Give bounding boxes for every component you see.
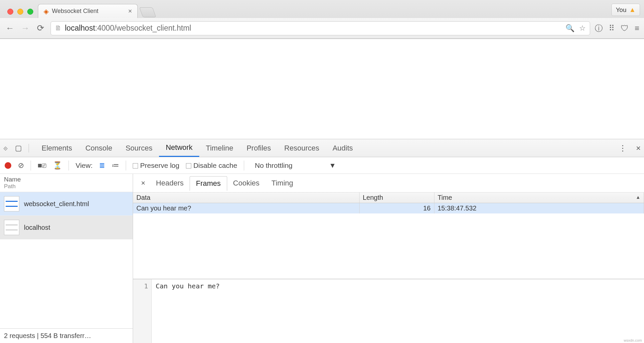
warning-icon: ▲ <box>629 6 636 14</box>
capture-icon[interactable]: ■⎚ <box>38 161 46 170</box>
browser-chrome: ◈ Websocket Client × You ▲ ← → ⟳ 🗎 local… <box>0 0 644 39</box>
clear-icon[interactable]: ⊘ <box>18 161 24 170</box>
back-button[interactable]: ← <box>5 23 15 33</box>
request-detail: × Headers Frames Cookies Timing Data Len… <box>133 174 644 343</box>
devtools-panel-tabs: ⟐ ▢ Elements Console Sources Network Tim… <box>0 139 644 157</box>
request-name: localhost <box>24 224 50 231</box>
request-item[interactable]: websocket_client.html <box>0 192 133 216</box>
menu-icon[interactable]: ≡ <box>635 24 639 33</box>
detail-tabs: × Headers Frames Cookies Timing <box>133 174 644 192</box>
zoom-icon[interactable]: 🔍 <box>565 24 574 33</box>
extension-icons: ⓘ ⠿ 🛡 ≡ <box>595 23 639 34</box>
bookmark-icon[interactable]: ☆ <box>579 24 586 33</box>
frames-table-wrap[interactable]: Data Length Time▲ Can you hear me? 16 15… <box>133 192 644 279</box>
chevron-down-icon: ▼ <box>329 162 336 170</box>
request-name: websocket_client.html <box>24 200 89 208</box>
file-icon <box>4 220 19 235</box>
panel-sources[interactable]: Sources <box>119 139 159 157</box>
frames-table: Data Length Time▲ Can you hear me? 16 15… <box>133 192 644 213</box>
panel-timeline[interactable]: Timeline <box>199 139 240 157</box>
sort-asc-icon: ▲ <box>636 194 640 200</box>
page-viewport <box>0 39 644 139</box>
profile-label: You <box>616 6 626 14</box>
throttling-select[interactable]: No throttling ▼ <box>251 162 336 170</box>
filter-icon[interactable]: ⏳ <box>53 161 62 170</box>
close-window-icon[interactable] <box>7 9 13 15</box>
frame-preview-text: Can you hear me? <box>152 279 224 343</box>
url-path: :4000/websocket_client.html <box>95 24 191 32</box>
window-controls <box>4 9 38 18</box>
new-tab-button[interactable] <box>139 7 156 17</box>
tab-timing[interactable]: Timing <box>265 176 299 190</box>
close-tab-icon[interactable]: × <box>128 7 132 15</box>
ublock-icon[interactable]: 🛡 <box>621 24 629 33</box>
tab-headers[interactable]: Headers <box>150 176 190 190</box>
omnibox-actions: 🔍 ☆ <box>565 24 586 33</box>
browser-toolbar: ← → ⟳ 🗎 localhost:4000/websocket_client.… <box>0 18 644 39</box>
inspect-icon[interactable]: ⟐ <box>3 144 8 153</box>
tab-strip: ◈ Websocket Client × You ▲ <box>0 0 644 18</box>
view-label: View: <box>76 162 92 170</box>
minimize-window-icon[interactable] <box>17 9 23 15</box>
tab-favicon: ◈ <box>44 7 49 15</box>
col-data[interactable]: Data <box>133 192 359 203</box>
network-body: Name Path websocket_client.html localhos… <box>0 174 644 343</box>
request-list: Name Path websocket_client.html localhos… <box>0 174 133 343</box>
frame-time: 15:38:47.532 <box>434 203 644 214</box>
profile-badge[interactable]: You ▲ <box>611 4 640 16</box>
col-time[interactable]: Time▲ <box>434 192 644 203</box>
header-path: Path <box>4 183 129 190</box>
page-icon: 🗎 <box>55 24 62 32</box>
info-icon[interactable]: ⓘ <box>595 23 603 34</box>
address-bar[interactable]: 🗎 localhost:4000/websocket_client.html 🔍… <box>51 21 590 35</box>
file-icon <box>4 196 19 211</box>
preserve-log-checkbox[interactable]: Preserve log <box>133 162 179 170</box>
url-domain: localhost <box>65 24 95 32</box>
request-list-status: 2 requests | 554 B transferr… <box>0 328 133 343</box>
tab-cookies[interactable]: Cookies <box>227 176 265 190</box>
browser-tab[interactable]: ◈ Websocket Client × <box>38 4 138 18</box>
request-list-header[interactable]: Name Path <box>0 174 133 192</box>
view-large-icon[interactable]: ≣ <box>99 162 105 170</box>
zoom-window-icon[interactable] <box>27 9 33 15</box>
record-button[interactable] <box>5 162 11 169</box>
frame-length: 16 <box>359 203 434 214</box>
panel-audits[interactable]: Audits <box>326 139 360 157</box>
network-toolbar: ⊘ ■⎚ ⏳ View: ≣ ≔ Preserve log Disable ca… <box>0 157 644 174</box>
more-icon[interactable]: ⋮ <box>619 144 627 153</box>
header-name: Name <box>4 176 129 183</box>
tab-frames[interactable]: Frames <box>190 176 227 191</box>
panel-network[interactable]: Network <box>159 139 199 157</box>
frame-preview: 1 Can you hear me? <box>133 279 644 343</box>
device-icon[interactable]: ▢ <box>15 144 22 153</box>
watermark: wsxdn.com <box>624 338 642 342</box>
col-length[interactable]: Length <box>359 192 434 203</box>
forward-button[interactable]: → <box>20 23 31 33</box>
reload-button[interactable]: ⟳ <box>35 23 46 33</box>
panel-elements[interactable]: Elements <box>35 139 79 157</box>
panel-profiles[interactable]: Profiles <box>240 139 277 157</box>
frame-row[interactable]: Can you hear me? 16 15:38:47.532 <box>133 203 644 214</box>
close-detail-icon[interactable]: × <box>136 179 150 187</box>
frame-data: Can you hear me? <box>133 203 359 214</box>
panel-resources[interactable]: Resources <box>278 139 326 157</box>
extension-icon[interactable]: ⠿ <box>609 24 615 33</box>
tab-title: Websocket Client <box>52 8 98 15</box>
view-small-icon[interactable]: ≔ <box>112 161 119 170</box>
close-devtools-icon[interactable]: × <box>636 144 641 153</box>
devtools: ⟐ ▢ Elements Console Sources Network Tim… <box>0 139 644 343</box>
panel-console[interactable]: Console <box>79 139 119 157</box>
line-number: 1 <box>133 279 152 343</box>
request-item[interactable]: localhost <box>0 216 133 239</box>
disable-cache-checkbox[interactable]: Disable cache <box>186 162 237 170</box>
